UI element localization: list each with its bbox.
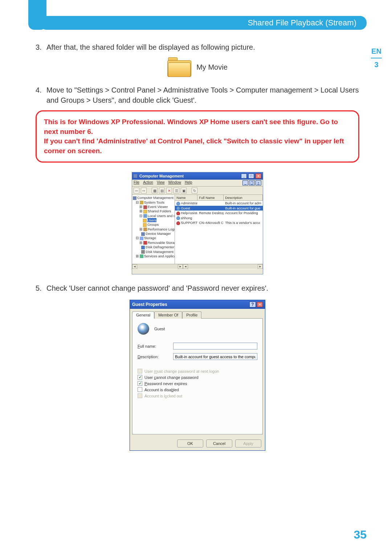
tree-local-users[interactable]: Local Users and Groups — [148, 214, 175, 218]
checkbox-icon: ✔ — [138, 381, 142, 386]
folder-icon — [167, 57, 191, 77]
step-text: Check 'User cannot change password' and … — [46, 283, 359, 293]
tab-general[interactable]: General — [132, 311, 154, 319]
forward-button[interactable]: ⇨ — [141, 188, 147, 193]
user-icon — [138, 323, 149, 335]
toolbar-btn-3[interactable]: ▣ — [181, 188, 187, 193]
check-label: User must change password at next logon — [144, 369, 219, 373]
checkbox-icon — [138, 393, 142, 398]
mdi-close-button[interactable]: × — [256, 180, 261, 185]
description-input[interactable] — [173, 353, 257, 360]
callout-line2: If you can't find 'Administrative' at Co… — [44, 136, 351, 156]
tree-event-viewer[interactable]: Event Viewer — [148, 205, 168, 209]
menu-action[interactable]: Action — [143, 180, 153, 185]
gp-titlebar: Guest Properties ? × — [130, 300, 265, 309]
menu-file[interactable]: File — [134, 180, 139, 185]
check-cannot-change[interactable]: ✔ User cannot change password — [138, 375, 257, 380]
toolbar-refresh[interactable]: ↻ — [192, 188, 197, 193]
toolbar-delete[interactable]: ✕ — [166, 188, 172, 193]
tree-groups[interactable]: Groups — [147, 222, 159, 226]
tree-removable[interactable]: Removable Storage — [148, 241, 175, 245]
checkbox-icon — [138, 387, 142, 392]
tab-profile[interactable]: Profile — [182, 311, 201, 319]
tab-memberof[interactable]: Member Of — [154, 311, 182, 319]
step-3: 3. After that, the shared folder will be… — [36, 42, 359, 52]
tree-perf[interactable]: Performance Logs and Alerts — [148, 227, 175, 231]
menu-view[interactable]: View — [157, 180, 165, 185]
warning-callout: This is for Windows XP Professional. Win… — [36, 110, 359, 163]
tree-shared-folders[interactable]: Shared Folders — [148, 209, 171, 213]
side-divider — [371, 58, 382, 58]
tree-storage[interactable]: Storage — [144, 236, 156, 240]
app-icon — [134, 174, 137, 178]
gp-panel: Guest Full name: Description: User must … — [132, 318, 263, 434]
cm-titlebar: Computer Management _ □ × — [132, 172, 263, 180]
back-button[interactable]: ⇦ — [134, 188, 139, 193]
col-fullname[interactable]: Full Name — [197, 195, 224, 200]
step-num: 5. — [36, 283, 46, 293]
checkbox-icon: ✔ — [138, 375, 142, 380]
fullname-input[interactable] — [173, 343, 257, 349]
help-button[interactable]: ? — [249, 302, 256, 307]
tree-services[interactable]: Services and Applications — [144, 254, 175, 258]
page-number: 35 — [354, 528, 367, 541]
tree-diskmgmt[interactable]: Disk Management — [146, 250, 173, 254]
fullname-label: Full name: — [138, 344, 170, 348]
tree-devmgr[interactable]: Device Manager — [146, 232, 171, 236]
apply-button[interactable]: Apply — [235, 440, 261, 447]
gp-button-row: OK Cancel Apply — [130, 437, 265, 450]
callout-line1: This is for Windows XP Professional. Win… — [44, 117, 351, 136]
section-title: Shared File Playback (Stream) — [248, 18, 356, 28]
close-button[interactable]: × — [257, 302, 263, 307]
toolbar-btn-2[interactable]: ▤ — [159, 188, 165, 193]
guest-properties-dialog: Guest Properties ? × General Member Of P… — [130, 300, 265, 451]
section-header: Shared File Playback (Stream) — [40, 16, 367, 30]
gp-title-text: Guest Properties — [132, 302, 167, 307]
col-desc[interactable]: Description — [224, 195, 263, 200]
step-4: 4. Move to "Settings > Control Panel > A… — [36, 85, 359, 105]
gp-user-row: Guest — [138, 323, 257, 335]
tree-users[interactable]: Users — [147, 218, 156, 222]
cm-body: Computer Management (Local) ⊟ System Too… — [132, 195, 263, 264]
folder-preview: My Movie — [36, 57, 359, 77]
page-content: 3. After that, the shared folder will be… — [36, 42, 359, 451]
check-locked: Account is locked out — [138, 393, 257, 398]
close-button[interactable]: × — [256, 173, 261, 179]
ok-button[interactable]: OK — [177, 440, 203, 447]
mdi-restore-button[interactable]: ❐ — [249, 180, 255, 185]
user-row[interactable]: HelpAssistantRemote Desktop ...Account f… — [175, 210, 263, 215]
maximize-button[interactable]: □ — [248, 173, 254, 179]
check-must-change: User must change password at next logon — [138, 369, 257, 373]
check-disabled[interactable]: Account is disabled — [138, 387, 257, 392]
toolbar-btn-1[interactable]: ▦ — [152, 188, 158, 193]
cm-list-header: Name Full Name Description — [175, 195, 263, 201]
cm-toolbar: ⇦ ⇨ ▦ ▤ ✕ ☰ ▣ ↻ — [132, 187, 263, 195]
col-name[interactable]: Name — [175, 195, 197, 200]
field-fullname: Full name: — [138, 343, 257, 349]
gp-username: Guest — [154, 327, 165, 331]
cm-list: Name Full Name Description Administrator… — [175, 195, 263, 264]
cm-tree[interactable]: Computer Management (Local) ⊟ System Too… — [132, 195, 175, 264]
tree-system-tools[interactable]: System Tools — [144, 200, 164, 204]
mdi-min-button[interactable]: _ — [242, 180, 248, 185]
cancel-button[interactable]: Cancel — [206, 440, 232, 447]
toolbar-prop[interactable]: ☰ — [173, 188, 179, 193]
user-row[interactable]: shhong — [175, 216, 263, 220]
user-row[interactable]: AdministratorBuilt-in account for adm — [175, 201, 263, 205]
description-label: Description: — [138, 355, 170, 359]
check-label: User cannot change password — [144, 375, 199, 380]
tree-root[interactable]: Computer Management (Local) — [137, 196, 175, 200]
tree-defrag[interactable]: Disk Defragmenter — [146, 245, 174, 249]
user-row[interactable]: GuestBuilt-in account for gue — [175, 206, 263, 210]
step-text: After that, the shared folder will be di… — [46, 42, 359, 52]
check-label: Password never expires — [144, 381, 187, 386]
menu-window[interactable]: Window — [168, 180, 181, 185]
check-label: Account is locked out — [144, 394, 182, 398]
side-label: EN 3 — [368, 47, 385, 69]
user-row[interactable]: SUPPORT_38...CN=Microsoft Co...This is a… — [175, 220, 263, 225]
check-never-expires[interactable]: ✔ Password never expires — [138, 381, 257, 386]
side-chapter: 3 — [368, 61, 385, 69]
menu-help[interactable]: Help — [185, 180, 192, 185]
step-5: 5. Check 'User cannot change password' a… — [36, 283, 359, 293]
minimize-button[interactable]: _ — [241, 173, 247, 179]
